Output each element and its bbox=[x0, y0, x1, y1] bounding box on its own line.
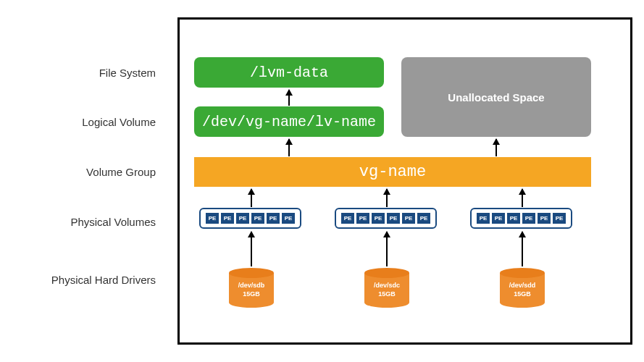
pe-cell: PE bbox=[205, 212, 219, 224]
arrow-icon bbox=[386, 189, 388, 207]
pe-cell: PE bbox=[401, 212, 416, 224]
pe-cell: PE bbox=[340, 212, 355, 224]
pe-cell: PE bbox=[476, 212, 490, 224]
arrow-icon bbox=[288, 90, 290, 106]
label-physical-volumes: Physical Volumes bbox=[11, 216, 156, 228]
pe-cell: PE bbox=[506, 212, 521, 224]
disk-dev: /dev/sdc bbox=[374, 282, 400, 290]
disk-dev: /dev/sdd bbox=[509, 282, 536, 290]
pv-box-3: PE PE PE PE PE PE bbox=[470, 208, 572, 229]
arrow-icon bbox=[288, 139, 290, 156]
pe-cell: PE bbox=[251, 212, 265, 224]
filesystem-box: /lvm-data bbox=[194, 57, 384, 88]
disk-size: 15GB bbox=[243, 290, 260, 299]
pe-cell: PE bbox=[371, 212, 385, 224]
arrow-icon bbox=[251, 232, 252, 266]
arrow-icon bbox=[522, 189, 523, 207]
label-logical-volume: Logical Volume bbox=[11, 116, 156, 128]
label-filesystem: File System bbox=[11, 67, 156, 79]
label-volume-group: Volume Group bbox=[11, 166, 156, 178]
arrow-icon bbox=[522, 232, 523, 266]
logical-volume-box: /dev/vg-name/lv-name bbox=[194, 106, 384, 137]
pv-box-1: PE PE PE PE PE PE bbox=[199, 208, 301, 229]
pe-cell: PE bbox=[552, 212, 566, 224]
pe-cell: PE bbox=[537, 212, 551, 224]
arrow-icon bbox=[251, 189, 252, 207]
unallocated-box: Unallocated Space bbox=[401, 57, 591, 137]
pe-cell: PE bbox=[386, 212, 401, 224]
arrow-icon bbox=[386, 232, 388, 266]
pe-cell: PE bbox=[235, 212, 250, 224]
pe-cell: PE bbox=[491, 212, 506, 224]
pe-cell: PE bbox=[522, 212, 536, 224]
arrow-icon bbox=[495, 139, 497, 156]
pe-cell: PE bbox=[417, 212, 431, 224]
pe-cell: PE bbox=[356, 212, 370, 224]
label-physical-hard-drivers: Physical Hard Drivers bbox=[11, 274, 156, 286]
pv-box-2: PE PE PE PE PE PE bbox=[335, 208, 437, 229]
disk-dev: /dev/sdb bbox=[238, 282, 265, 290]
volume-group-box: vg-name bbox=[194, 157, 591, 187]
disk-size: 15GB bbox=[378, 290, 396, 299]
disk-size: 15GB bbox=[514, 290, 531, 299]
pe-cell: PE bbox=[220, 212, 235, 224]
pe-cell: PE bbox=[281, 212, 296, 224]
pe-cell: PE bbox=[266, 212, 280, 224]
